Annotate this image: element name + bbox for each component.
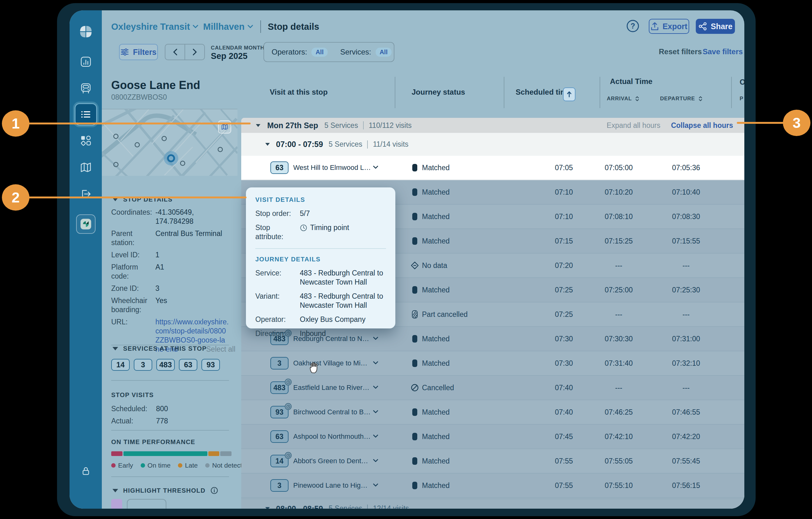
collapse-caret-icon — [265, 143, 270, 146]
share-button[interactable]: Share — [696, 19, 735, 34]
stop-map[interactable] — [102, 109, 237, 176]
sidebar-item-vehicles[interactable] — [80, 82, 92, 94]
visit-details-popover: VISIT DETAILS Stop order: 5/7 Stop attri… — [246, 187, 395, 328]
cursor-pointer-icon — [309, 361, 319, 374]
collapse-all-hours-link[interactable]: Collapse all hours — [671, 121, 733, 130]
otp-legend-item: On time — [141, 462, 171, 469]
departure-time-cell: 07:05:36 — [661, 164, 711, 172]
stop-order-value: 5/7 — [300, 209, 386, 218]
save-filters-link[interactable]: Save filters — [703, 47, 743, 56]
expand-all-hours-link[interactable]: Expand all hours — [607, 121, 660, 130]
service-filter-chip[interactable]: 93 — [201, 359, 220, 371]
scheduled-time-sort-button[interactable] — [563, 87, 576, 101]
service-filter-chip[interactable]: 63 — [179, 359, 197, 371]
otp-bar — [111, 451, 232, 456]
threshold-input[interactable] — [127, 499, 166, 509]
highlight-threshold-header[interactable]: HIGHLIGHT THRESHOLD — [113, 487, 218, 494]
help-button[interactable]: ? — [626, 19, 640, 33]
services-section-header[interactable]: SERVICES AT THIS STOP — [113, 345, 207, 352]
app-frame: Oxleyshire Transit Millhaven Stop detail… — [57, 3, 756, 516]
divider — [255, 248, 386, 249]
divider — [260, 20, 261, 33]
export-button[interactable]: Export — [649, 19, 689, 34]
selected-stop-halo — [164, 151, 178, 165]
sidebar-item-components[interactable] — [80, 134, 92, 146]
annotation-line-1 — [28, 122, 251, 125]
divider — [111, 430, 229, 431]
collapse-caret-icon — [113, 347, 118, 350]
actual-visits-row: Actual: 778 — [111, 417, 168, 425]
detail-label: Wheelchair boarding: — [111, 296, 155, 315]
day-group-row[interactable]: Mon 27th Sep 5 Services 110/112 visits E… — [241, 118, 744, 133]
page: Oxleyshire Transit Millhaven Stop detail… — [0, 0, 812, 519]
route-name: West Hill to Elmwood Lan… — [293, 164, 371, 172]
scheduled-visits-row: Scheduled: 800 — [111, 405, 168, 413]
content: Oxleyshire Transit Millhaven Stop detail… — [102, 10, 744, 509]
sort-icon — [698, 96, 703, 102]
sort-ascending-icon — [567, 91, 572, 98]
sidebar-item-app-launcher[interactable] — [76, 214, 95, 234]
service-label: Service: — [255, 269, 300, 287]
divider — [395, 77, 395, 108]
detail-value: 3 — [155, 284, 229, 293]
legend-dot-icon — [205, 463, 210, 468]
operators-label: Operators: — [271, 48, 307, 56]
col-header-arrival[interactable]: ARRIVAL — [607, 95, 639, 102]
operators-value-badge: All — [311, 48, 328, 57]
table-row[interactable]: 63West Hill to Elmwood Lan…Matched07:050… — [241, 156, 744, 180]
legend-dot-icon — [178, 463, 182, 468]
otp-segment — [123, 451, 207, 456]
service-value: 483 - Redburgh Central to Newcaster Town… — [300, 269, 386, 287]
collapse-caret-icon — [113, 489, 118, 492]
otp-segment — [111, 451, 122, 456]
services-label: Services: — [340, 48, 371, 56]
col-header-visit: Visit at this stop — [270, 88, 328, 97]
breadcrumb-region[interactable]: Millhaven — [203, 22, 253, 32]
otp-segment — [208, 451, 219, 456]
chevron-right-icon — [192, 48, 197, 56]
lock-icon[interactable] — [80, 465, 91, 477]
arrival-time-cell: 07:05:00 — [593, 164, 644, 172]
scheduled-time-cell: 07:05 — [539, 164, 589, 172]
prev-month-button[interactable] — [166, 45, 185, 59]
col-header-actual-time: Actual Time — [610, 77, 652, 86]
col-header-clipped-sub: P — [740, 95, 744, 102]
divider — [600, 77, 600, 108]
service-filter-chip[interactable]: 483 — [156, 359, 175, 371]
visit-details-heading: VISIT DETAILS — [255, 196, 386, 203]
annotation-badge-2: 2 — [2, 184, 29, 211]
operator-label: Operator: — [255, 315, 300, 324]
filters-button[interactable]: Filters — [119, 44, 158, 60]
otp-heading: ON TIME PERFORMANCE — [111, 438, 195, 446]
service-filter-chip[interactable]: 3 — [134, 359, 152, 371]
hour-group-row[interactable]: 07:00 - 07:59 5 Services 11/14 visits — [241, 133, 744, 156]
chevron-down-icon[interactable] — [373, 165, 378, 170]
select-all-link[interactable]: Select all — [206, 345, 235, 354]
annotation-badge-1: 1 — [2, 110, 29, 137]
journey-details-heading: JOURNEY DETAILS — [255, 256, 386, 263]
annotation-line-3 — [737, 122, 784, 124]
threshold-color-swatch[interactable] — [111, 499, 122, 509]
col-header-departure[interactable]: DEPARTURE — [660, 95, 703, 102]
stop-attribute-label: Stop attribute: — [255, 223, 300, 241]
direction-value: Inbound — [300, 329, 386, 338]
detail-value: Yes — [155, 296, 229, 315]
help-icon: ? — [626, 19, 640, 33]
sort-icon — [635, 96, 639, 102]
divider — [367, 140, 368, 148]
chevron-down-icon — [192, 24, 199, 29]
reset-filters-link[interactable]: Reset filters — [659, 47, 702, 56]
detail-value: 1 — [155, 250, 229, 260]
svg-text:?: ? — [631, 22, 635, 30]
detail-label: Coordinates: — [111, 208, 155, 226]
stop-attribute-value: Timing point — [300, 223, 386, 241]
service-filter-chip[interactable]: 14 — [111, 359, 130, 371]
sidebar-item-map[interactable] — [80, 161, 92, 173]
breadcrumb-org[interactable]: Oxleyshire Transit — [111, 22, 199, 32]
annotation-line-2 — [28, 196, 246, 198]
operator-value: Oxley Bus Company — [300, 315, 386, 324]
sidebar-item-analytics[interactable] — [80, 56, 92, 68]
next-month-button[interactable] — [185, 45, 204, 59]
detail-value: -41.305649, 174.784298 — [155, 208, 229, 226]
calendar-pager — [165, 44, 205, 60]
